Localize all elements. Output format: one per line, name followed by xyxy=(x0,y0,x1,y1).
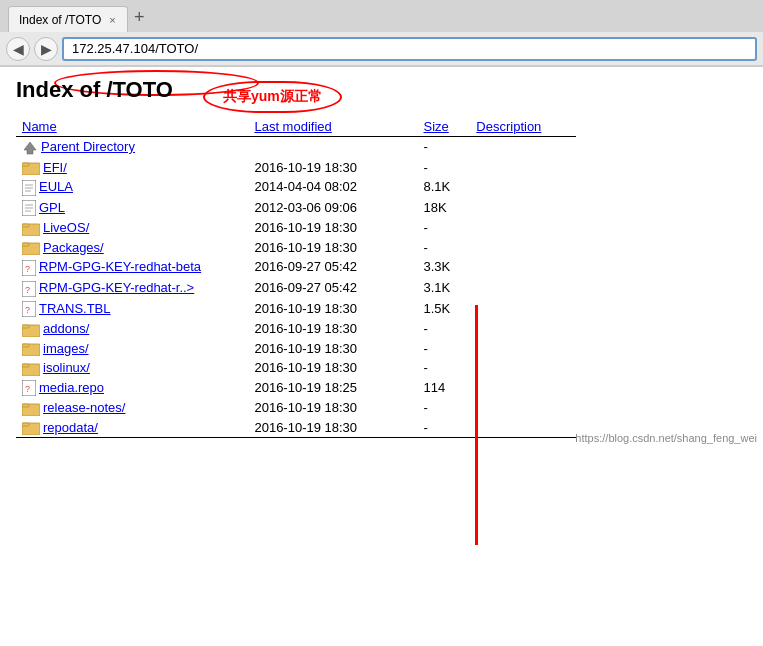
file-link[interactable]: EULA xyxy=(39,179,73,194)
file-desc xyxy=(470,177,576,198)
file-desc xyxy=(470,278,576,299)
page-title: Index of /TOTO xyxy=(16,77,173,103)
file-link[interactable]: RPM-GPG-KEY-redhat-beta xyxy=(39,259,201,274)
yum-text: 共享yum源正常 xyxy=(223,88,322,104)
file-link[interactable]: media.repo xyxy=(39,380,104,395)
file-link[interactable]: images/ xyxy=(43,341,89,356)
active-tab[interactable]: Index of /TOTO × xyxy=(8,6,128,32)
file-desc xyxy=(470,257,576,278)
red-annotation-line xyxy=(475,305,478,545)
table-row: isolinux/2016-10-19 18:30- xyxy=(16,358,576,378)
yum-circle: 共享yum源正常 xyxy=(203,81,342,113)
file-link[interactable]: LiveOS/ xyxy=(43,220,89,235)
col-header-size: Size xyxy=(417,117,470,137)
file-link[interactable]: RPM-GPG-KEY-redhat-r..> xyxy=(39,280,194,295)
table-row: LiveOS/2016-10-19 18:30- xyxy=(16,218,576,238)
file-modified: 2016-10-19 18:30 xyxy=(248,218,417,238)
file-desc xyxy=(470,358,576,378)
svg-text:?: ? xyxy=(25,264,30,274)
file-modified: 2014-04-04 08:02 xyxy=(248,177,417,198)
col-name-link[interactable]: Name xyxy=(22,119,57,134)
file-link[interactable]: addons/ xyxy=(43,321,89,336)
file-link[interactable]: GPL xyxy=(39,200,65,215)
file-size: - xyxy=(417,358,470,378)
file-size: - xyxy=(417,418,470,438)
file-size: 3.1K xyxy=(417,278,470,299)
file-desc xyxy=(470,158,576,178)
table-row: addons/2016-10-19 18:30- xyxy=(16,319,576,339)
file-link[interactable]: TRANS.TBL xyxy=(39,301,111,316)
yum-annotation: 共享yum源正常 xyxy=(203,81,342,113)
file-list: Parent Directory-EFI/2016-10-19 18:30-EU… xyxy=(16,137,576,438)
file-desc xyxy=(470,198,576,219)
table-row: EFI/2016-10-19 18:30- xyxy=(16,158,576,178)
file-desc xyxy=(470,339,576,359)
new-tab-button[interactable]: + xyxy=(134,8,145,30)
file-link[interactable]: EFI/ xyxy=(43,160,67,175)
col-size-link[interactable]: Size xyxy=(423,119,448,134)
file-modified: 2016-09-27 05:42 xyxy=(248,257,417,278)
file-size: - xyxy=(417,398,470,418)
file-modified: 2016-10-19 18:30 xyxy=(248,158,417,178)
table-header: Name Last modified Size Description xyxy=(16,117,576,137)
table-row: Parent Directory- xyxy=(16,137,576,158)
svg-text:?: ? xyxy=(25,285,30,295)
table-row: ?RPM-GPG-KEY-redhat-r..>2016-09-27 05:42… xyxy=(16,278,576,299)
nav-bar: ◀ ▶ xyxy=(0,32,763,66)
file-size: - xyxy=(417,218,470,238)
file-size: 8.1K xyxy=(417,177,470,198)
svg-rect-32 xyxy=(22,423,29,426)
file-size: 114 xyxy=(417,378,470,399)
table-row: ?RPM-GPG-KEY-redhat-beta2016-09-27 05:42… xyxy=(16,257,576,278)
forward-button[interactable]: ▶ xyxy=(34,37,58,61)
file-desc xyxy=(470,398,576,418)
file-size: - xyxy=(417,158,470,178)
file-link[interactable]: Packages/ xyxy=(43,240,104,255)
table-row: release-notes/2016-10-19 18:30- xyxy=(16,398,576,418)
file-modified: 2016-10-19 18:30 xyxy=(248,358,417,378)
file-modified: 2016-09-27 05:42 xyxy=(248,278,417,299)
file-modified xyxy=(248,137,417,158)
col-header-modified: Last modified xyxy=(248,117,417,137)
file-desc xyxy=(470,418,576,438)
col-modified-link[interactable]: Last modified xyxy=(254,119,331,134)
svg-rect-14 xyxy=(22,243,29,246)
file-size: - xyxy=(417,238,470,258)
col-desc-link[interactable]: Description xyxy=(476,119,541,134)
file-desc xyxy=(470,378,576,399)
file-link[interactable]: isolinux/ xyxy=(43,360,90,375)
file-desc xyxy=(470,218,576,238)
file-modified: 2016-10-19 18:30 xyxy=(248,418,417,438)
file-modified: 2016-10-19 18:30 xyxy=(248,339,417,359)
page-content: Index of /TOTO 共享yum源正常 Name Last modifi… xyxy=(0,67,763,448)
file-link[interactable]: repodata/ xyxy=(43,420,98,435)
file-modified: 2016-10-19 18:25 xyxy=(248,378,417,399)
tab-close-button[interactable]: × xyxy=(109,14,115,26)
svg-marker-0 xyxy=(24,142,36,154)
file-link[interactable]: Parent Directory xyxy=(41,139,135,154)
svg-rect-12 xyxy=(22,224,29,227)
svg-text:?: ? xyxy=(25,384,30,394)
back-button[interactable]: ◀ xyxy=(6,37,30,61)
file-table: Name Last modified Size Description Pare… xyxy=(16,117,576,438)
file-size: - xyxy=(417,137,470,158)
col-header-desc: Description xyxy=(470,117,576,137)
address-bar[interactable] xyxy=(62,37,757,61)
file-link[interactable]: release-notes/ xyxy=(43,400,125,415)
table-row: GPL2012-03-06 09:0618K xyxy=(16,198,576,219)
tab-bar: Index of /TOTO × + xyxy=(0,0,763,32)
table-row: Packages/2016-10-19 18:30- xyxy=(16,238,576,258)
file-size: 1.5K xyxy=(417,299,470,320)
svg-rect-30 xyxy=(22,404,29,407)
file-desc xyxy=(470,319,576,339)
table-row: ?media.repo2016-10-19 18:25114 xyxy=(16,378,576,399)
tab-label: Index of /TOTO xyxy=(19,13,101,27)
table-row: ?TRANS.TBL2016-10-19 18:301.5K xyxy=(16,299,576,320)
file-desc xyxy=(470,299,576,320)
table-row: EULA2014-04-04 08:028.1K xyxy=(16,177,576,198)
watermark: https://blog.csdn.net/shang_feng_wei xyxy=(575,432,757,444)
col-header-name: Name xyxy=(16,117,248,137)
svg-rect-26 xyxy=(22,364,29,367)
svg-rect-24 xyxy=(22,344,29,347)
table-row: images/2016-10-19 18:30- xyxy=(16,339,576,359)
